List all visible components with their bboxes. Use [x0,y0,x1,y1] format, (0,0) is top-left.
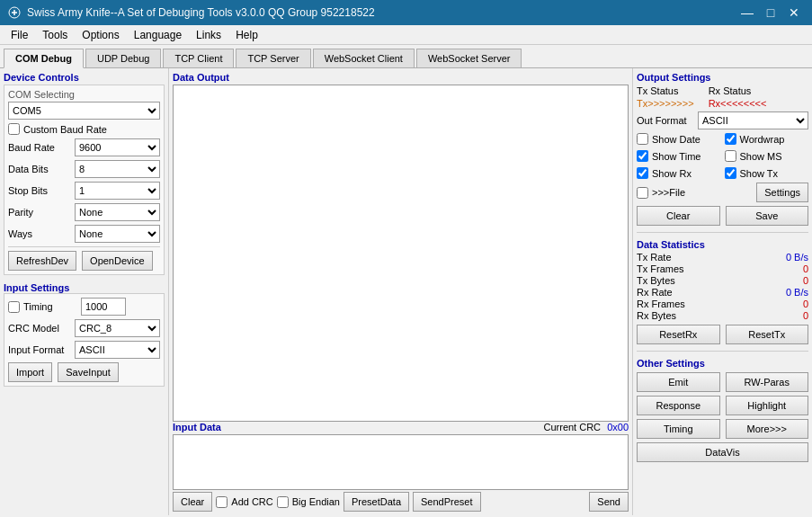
other-settings-section: Other Settings Emit RW-Paras Response Hi… [637,358,808,462]
out-format-select[interactable]: ASCII HEX DEC [698,111,808,129]
timing-row: Timing More>>> [637,419,808,439]
rx-bytes-row: Rx Bytes 0 [637,310,808,321]
add-crc-checkbox[interactable] [216,496,228,508]
show-date-row: Show Date [637,133,721,145]
stop-bits-select[interactable]: 1 1.5 2 [75,182,160,200]
output-clear-button[interactable]: Clear [637,206,720,226]
data-bits-select[interactable]: 8 5 6 7 [75,160,160,178]
ways-select[interactable]: None RTS/CTS XON/XOFF [75,225,160,243]
tab-websocket-client[interactable]: WebSocket Client [313,49,415,67]
tab-tcp-client[interactable]: TCP Client [163,49,234,67]
more-button[interactable]: More>>> [726,419,809,439]
parity-row: Parity None Odd Even [8,203,160,221]
stop-bits-label: Stop Bits [8,185,71,196]
timing-input[interactable]: 1000 [81,298,126,316]
datavis-button[interactable]: DataVis [637,442,808,462]
close-button[interactable]: ✕ [783,4,805,22]
rx-frames-row: Rx Frames 0 [637,299,808,309]
menu-options[interactable]: Options [75,27,126,43]
tab-websocket-server[interactable]: WebSocket Server [416,49,522,67]
divider-1 [8,246,160,247]
com-port-select[interactable]: COM5 COM1 COM2 COM3 COM4 [8,102,160,120]
save-button[interactable]: Save [726,206,809,226]
rx-arrows: Rx<<<<<<<< [709,98,767,109]
save-input-button[interactable]: SaveInput [58,362,119,382]
rx-status-label: Rx Status [709,85,752,96]
rx-rate-row: Rx Rate 0 B/s [637,287,808,298]
show-date-checkbox[interactable] [637,133,648,145]
window-controls: — □ ✕ [736,4,805,22]
out-format-row: Out Format ASCII HEX DEC [637,111,808,129]
reset-rx-button[interactable]: ResetRx [637,325,720,344]
timing-button[interactable]: Timing [637,419,720,439]
input-settings-btn-row: Import SaveInput [8,362,160,382]
file-checkbox[interactable] [637,187,648,199]
response-row: Response Highlight [637,396,808,415]
send-preset-button[interactable]: SendPreset [413,492,480,512]
menu-tools[interactable]: Tools [35,27,75,43]
menu-bar: File Tools Options Language Links Help [0,25,812,45]
current-crc-label: Current CRC [544,422,602,432]
rx-frames-value: 0 [803,299,808,309]
show-rx-checkbox[interactable] [637,167,648,179]
parity-label: Parity [8,207,71,218]
wordwrap-checkbox[interactable] [725,133,736,145]
center-panel: Data Output Input Data Current CRC 0x00 … [169,68,632,515]
wordwrap-row: Wordwrap [725,133,809,145]
timing-checkbox[interactable] [8,301,20,313]
show-time-checkbox[interactable] [637,150,648,162]
show-ms-checkbox[interactable] [725,150,736,162]
maximize-button[interactable]: □ [760,4,781,22]
import-button[interactable]: Import [8,362,52,382]
open-device-button[interactable]: OpenDevice [82,251,153,271]
big-endian-checkbox[interactable] [277,496,289,508]
data-output-area[interactable] [173,85,629,422]
output-settings-header: Output Settings [637,72,808,83]
options-grid: Show Date Wordwrap Show Time Show MS Sho… [637,133,808,181]
show-tx-row: Show Tx [725,167,809,179]
refresh-dev-button[interactable]: RefreshDev [8,251,76,271]
current-crc-value: 0x00 [607,422,629,432]
crc-model-row: CRC Model CRC_8 CRC_16 CRC_32 [8,319,160,337]
device-controls-header: Device Controls [4,72,165,83]
tab-udp-debug[interactable]: UDP Debug [85,49,162,67]
rx-rate-label: Rx Rate [637,287,673,298]
menu-links[interactable]: Links [189,27,228,43]
rw-paras-button[interactable]: RW-Paras [726,372,809,392]
show-time-row: Show Time [637,150,721,162]
file-row: >>>File Settings [637,183,808,202]
response-button[interactable]: Response [637,396,720,415]
settings-button[interactable]: Settings [756,183,808,202]
menu-file[interactable]: File [4,27,35,43]
show-time-label: Show Time [652,151,700,162]
input-format-select[interactable]: ASCII HEX DEC [75,341,160,359]
center-clear-button[interactable]: Clear [173,492,212,512]
custom-baud-checkbox[interactable] [8,123,20,135]
send-button[interactable]: Send [589,492,629,512]
com-selecting-label: COM Selecting [8,89,160,100]
menu-language[interactable]: Language [127,27,189,43]
highlight-button[interactable]: Highlight [726,396,809,415]
show-rx-row: Show Rx [637,167,721,179]
show-ms-row: Show MS [725,150,809,162]
tab-tcp-server[interactable]: TCP Server [236,49,310,67]
stop-bits-row: Stop Bits 1 1.5 2 [8,182,160,200]
tx-status-label: Tx Status [637,85,678,96]
show-tx-checkbox[interactable] [725,167,736,179]
reset-tx-button[interactable]: ResetTx [726,325,809,344]
menu-help[interactable]: Help [228,27,265,43]
crc-model-select[interactable]: CRC_8 CRC_16 CRC_32 [75,319,160,337]
parity-select[interactable]: None Odd Even [75,203,160,221]
preset-data-button[interactable]: PresetData [344,492,409,512]
device-btn-row: RefreshDev OpenDevice [8,251,160,271]
minimize-button[interactable]: — [736,4,758,22]
emit-button[interactable]: Emit [637,372,720,392]
datavis-row: DataVis [637,442,808,462]
tx-status-col: Tx Status Tx>>>>>>>> [637,85,694,110]
tab-com-debug[interactable]: COM Debug [4,49,84,68]
input-data-area[interactable] [173,434,629,490]
title-bar: Swiss Army Knife--A Set of Debuging Tool… [0,0,812,25]
rx-bytes-label: Rx Bytes [637,310,676,321]
baud-rate-select[interactable]: 9600 1200 2400 4800 19200 38400 115200 [75,138,160,156]
tx-frames-label: Tx Frames [637,263,684,274]
